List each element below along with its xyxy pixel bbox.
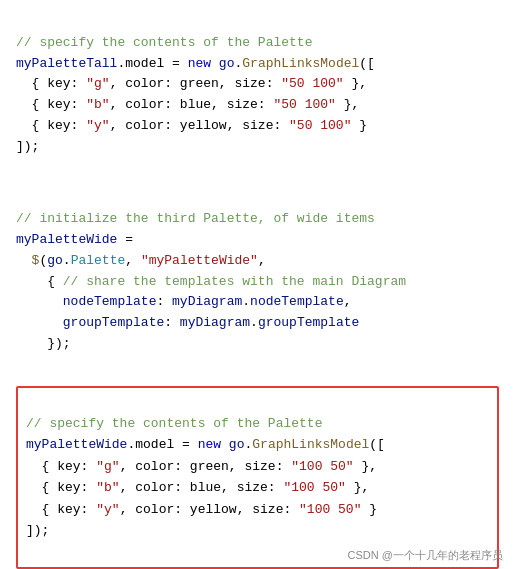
line-model-3: myPaletteWide.model = new go.GraphLinksM… [26,437,385,452]
highlighted-section: // specify the contents of the Palette m… [16,386,499,569]
comment-1: // specify the contents of the Palette [16,35,312,50]
footer: CSDN @一个十几年的老程序员 [348,548,503,563]
comment-3: // specify the contents of the Palette [26,416,322,431]
line-g-1: { key: "g", color: green, size: "50 100"… [16,76,367,91]
line-model-1: myPaletteTall.model = new go.GraphLinksM… [16,56,375,71]
line-end-3: ]); [26,523,49,538]
line-b-1: { key: "b", color: blue, size: "50 100" … [16,97,359,112]
line-close-2: }); [16,336,71,351]
line-group-2: groupTemplate: myDiagram.groupTemplate [16,315,359,330]
line-y-1: { key: "y", color: yellow, size: "50 100… [16,118,367,133]
code-container: // specify the contents of the Palette m… [0,0,515,569]
line-share-2: { // share the templates with the main D… [16,274,406,289]
section3: // specify the contents of the Palette m… [26,392,489,564]
line-g-3: { key: "g", color: green, size: "100 50"… [26,459,377,474]
line-end-1: ]); [16,139,39,154]
line-dollar-2: $(go.Palette, "myPaletteWide", [16,253,266,268]
section2: // initialize the third Palette, of wide… [16,188,499,375]
comment-2: // initialize the third Palette, of wide… [16,211,375,226]
footer-label: CSDN @一个十几年的老程序员 [348,549,503,561]
section1: // specify the contents of the Palette m… [16,12,499,178]
line-b-3: { key: "b", color: blue, size: "100 50" … [26,480,369,495]
line-palette-2: myPaletteWide = [16,232,133,247]
line-node-2: nodeTemplate: myDiagram.nodeTemplate, [16,294,352,309]
line-y-3: { key: "y", color: yellow, size: "100 50… [26,502,377,517]
